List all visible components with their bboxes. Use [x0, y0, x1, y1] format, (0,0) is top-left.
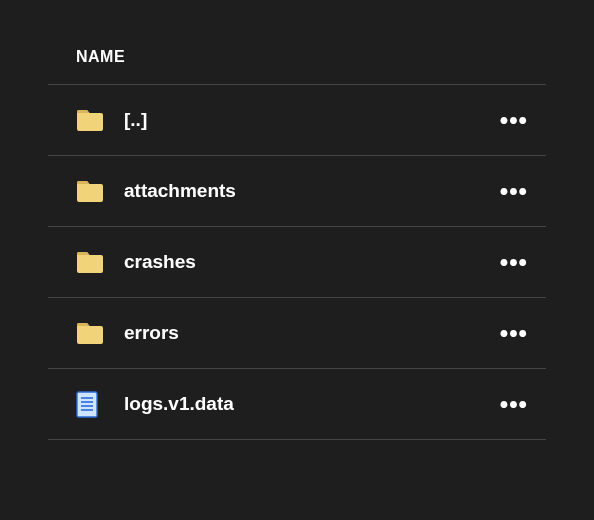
- list-item[interactable]: logs.v1.data•••: [48, 369, 546, 439]
- more-actions-icon[interactable]: •••: [494, 323, 534, 343]
- list-item[interactable]: crashes•••: [48, 227, 546, 297]
- folder-icon: [76, 319, 110, 347]
- more-actions-icon[interactable]: •••: [494, 394, 534, 414]
- list-item-label: errors: [124, 322, 494, 344]
- svg-rect-0: [77, 392, 97, 417]
- list-item[interactable]: [..]•••: [48, 85, 546, 155]
- folder-icon: [76, 248, 110, 276]
- list-item-label: logs.v1.data: [124, 393, 494, 415]
- list-item-label: attachments: [124, 180, 494, 202]
- list-item[interactable]: errors•••: [48, 298, 546, 368]
- folder-icon: [76, 106, 110, 134]
- file-icon: [76, 390, 110, 418]
- list-item[interactable]: attachments•••: [48, 156, 546, 226]
- column-header-name: NAME: [48, 0, 546, 84]
- divider: [48, 439, 546, 440]
- more-actions-icon[interactable]: •••: [494, 110, 534, 130]
- more-actions-icon[interactable]: •••: [494, 252, 534, 272]
- list-item-label: crashes: [124, 251, 494, 273]
- folder-icon: [76, 177, 110, 205]
- file-list: [..]••• attachments••• crashes••• errors…: [48, 85, 546, 440]
- list-item-label: [..]: [124, 109, 494, 131]
- more-actions-icon[interactable]: •••: [494, 181, 534, 201]
